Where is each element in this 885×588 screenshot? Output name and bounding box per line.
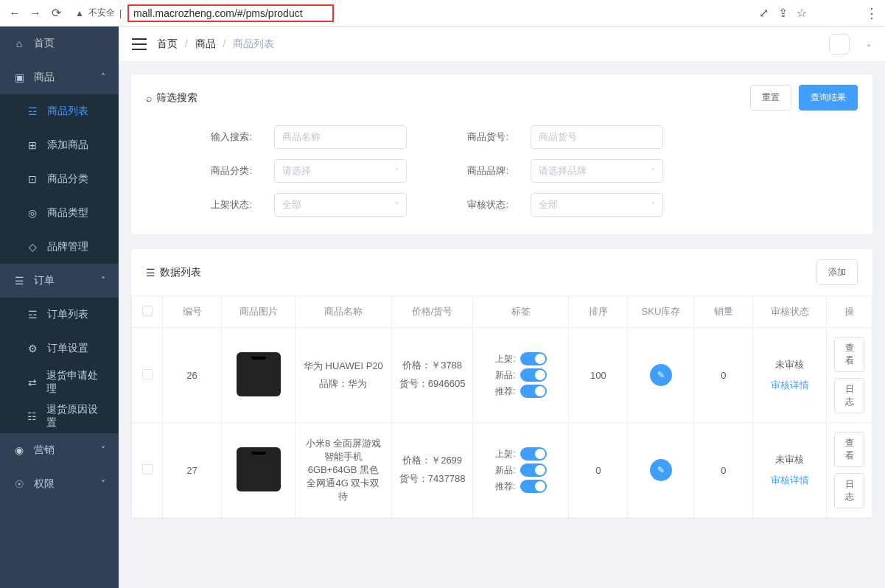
breadcrumb: 首页 / 商品 / 商品列表 [157, 38, 274, 51]
list-card: ☰ 数据列表 添加 编号商品图片商品名称价格/货号标签排序SKU库存销量审核状态… [130, 248, 873, 519]
select-verify[interactable]: 全部˅ [531, 193, 663, 217]
insecure-warning: ▲ 不安全 | [75, 7, 122, 19]
table-row: 27 小米8 全面屏游戏智能手机 6GB+64GB 黑色 全网通4G 双卡双待 … [132, 423, 872, 518]
select-category[interactable]: 请选择˅ [274, 159, 407, 183]
gear-icon: ⚙ [27, 343, 38, 354]
label-brand: 商品品牌: [424, 164, 513, 178]
label-name: 输入搜索: [175, 130, 256, 144]
sidebar-sub-order-list[interactable]: ☲订单列表 [0, 298, 119, 332]
log-button[interactable]: 日志 [834, 473, 864, 508]
sidebar-item-marketing[interactable]: ◉ 营销 ˅ [0, 433, 119, 467]
audit-detail-link[interactable]: 审核详情 [760, 379, 819, 392]
topbar: 首页 / 商品 / 商品列表 ⌄ [119, 27, 885, 62]
sku-edit-button[interactable]: ✎ [650, 364, 672, 386]
crumb-home[interactable]: 首页 [157, 38, 178, 49]
share-icon[interactable]: ⇪ [776, 7, 789, 20]
zoom-icon[interactable]: ⤢ [757, 7, 770, 20]
product-image [237, 352, 281, 396]
sidebar: ⌂ 首页 ▣ 商品 ˄ ☲商品列表 ⊞添加商品 ⊡商品分类 ◎商品类型 ◇品牌管… [0, 27, 119, 588]
star-icon[interactable]: ☆ [795, 7, 808, 20]
th-pic: 商品图片 [222, 296, 295, 328]
sidebar-item-product[interactable]: ▣ 商品 ˄ [0, 60, 119, 94]
kebab-menu-icon[interactable]: ⋮ [864, 7, 878, 20]
switch-publish[interactable] [520, 447, 547, 461]
cell-sort: 100 [569, 328, 628, 423]
sidebar-label: 退货原因设置 [46, 403, 105, 430]
url-input[interactable]: mall.macrozheng.com/#/pms/product [127, 4, 334, 22]
crumb-product[interactable]: 商品 [195, 38, 216, 49]
sidebar-label: 退货申请处理 [46, 369, 105, 396]
forward-button[interactable]: → [28, 6, 43, 21]
cell-price: 价格：￥2699货号：7437788 [391, 423, 473, 518]
chevron-up-icon: ˄ [101, 276, 105, 286]
shield-icon: ☉ [13, 478, 25, 490]
return-icon: ⇄ [27, 377, 38, 388]
sidebar-label: 权限 [34, 477, 55, 491]
view-button[interactable]: 查看 [834, 432, 864, 467]
switch-recommend[interactable] [520, 385, 547, 398]
cell-id: 26 [163, 328, 222, 423]
sidebar-sub-category[interactable]: ⊡商品分类 [0, 162, 119, 196]
reload-button[interactable]: ⟳ [49, 6, 63, 21]
row-checkbox[interactable] [142, 369, 153, 379]
checkbox-all[interactable] [142, 306, 153, 316]
sidebar-label: 品牌管理 [47, 240, 88, 253]
cell-id: 27 [163, 423, 222, 518]
doc-icon: ☷ [27, 410, 38, 422]
browser-toolbar: ← → ⟳ ▲ 不安全 | mall.macrozheng.com/#/pms/… [0, 0, 885, 27]
crumb-current: 商品列表 [233, 38, 274, 49]
product-table: 编号商品图片商品名称价格/货号标签排序SKU库存销量审核状态操 26 华为 HU… [131, 295, 872, 518]
log-button[interactable]: 日志 [834, 378, 864, 413]
input-name[interactable]: 商品名称 [274, 125, 407, 149]
search-button[interactable]: 查询结果 [799, 85, 858, 111]
sidebar-item-home[interactable]: ⌂ 首页 [0, 27, 119, 60]
reset-button[interactable]: 重置 [750, 85, 791, 111]
sidebar-item-permission[interactable]: ☉ 权限 ˅ [0, 467, 119, 501]
box-icon: ▣ [13, 71, 25, 83]
cell-audit: 未审核审核详情 [753, 423, 827, 518]
sidebar-label: 商品分类 [47, 172, 88, 186]
list-title: 数据列表 [160, 266, 201, 279]
sidebar-sub-product-list[interactable]: ☲商品列表 [0, 94, 119, 128]
warning-icon: ▲ [75, 8, 84, 18]
sidebar-sub-type[interactable]: ◎商品类型 [0, 196, 119, 230]
cell-audit: 未审核审核详情 [753, 328, 827, 423]
back-button[interactable]: ← [7, 6, 22, 21]
apple-logo-icon[interactable] [829, 34, 850, 55]
label-sn: 商品货号: [424, 130, 513, 144]
sidebar-label: 商品列表 [47, 105, 88, 118]
sidebar-item-order[interactable]: ☰ 订单 ˄ [0, 264, 119, 298]
add-button[interactable]: 添加 [816, 259, 858, 285]
sidebar-label: 订单设置 [47, 342, 88, 355]
select-publish[interactable]: 全部˅ [274, 193, 407, 217]
chevron-down-icon[interactable]: ⌄ [866, 40, 872, 48]
switch-new[interactable] [520, 368, 547, 382]
hamburger-icon[interactable] [132, 38, 147, 50]
sidebar-sub-brand[interactable]: ◇品牌管理 [0, 230, 119, 264]
cell-sales: 0 [694, 328, 753, 423]
sidebar-sub-return-reason[interactable]: ☷退货原因设置 [0, 399, 119, 433]
cell-sort: 0 [569, 423, 628, 518]
row-checkbox[interactable] [142, 464, 153, 475]
target-icon: ◉ [13, 444, 25, 456]
switch-publish[interactable] [520, 352, 547, 365]
input-sn[interactable]: 商品货号 [531, 125, 663, 149]
view-button[interactable]: 查看 [834, 337, 864, 372]
insecure-label: 不安全 [88, 7, 115, 19]
chevron-up-icon: ˄ [101, 72, 105, 83]
sidebar-sub-order-setting[interactable]: ⚙订单设置 [0, 332, 119, 365]
sidebar-label: 商品类型 [47, 206, 88, 220]
label-publish: 上架状态: [175, 198, 256, 211]
sidebar-sub-product-add[interactable]: ⊞添加商品 [0, 128, 119, 162]
grid-icon: ⊡ [27, 173, 38, 185]
audit-detail-link[interactable]: 审核详情 [760, 474, 819, 487]
switch-new[interactable] [520, 463, 547, 477]
sku-edit-button[interactable]: ✎ [650, 459, 672, 481]
switch-recommend[interactable] [520, 480, 547, 493]
select-brand[interactable]: 请选择品牌˅ [531, 159, 663, 183]
cell-name: 小米8 全面屏游戏智能手机 6GB+64GB 黑色 全网通4G 双卡双待 [295, 423, 392, 518]
th-audit: 审核状态 [753, 296, 827, 328]
table-row: 26 华为 HUAWEI P20品牌：华为 价格：￥3788货号：6946605… [132, 328, 872, 423]
filter-card: ⌕ 筛选搜索 重置 查询结果 输入搜索: 商品名称 商品货号: 商品货号 商品分… [130, 74, 873, 235]
sidebar-sub-return-apply[interactable]: ⇄退货申请处理 [0, 365, 119, 399]
